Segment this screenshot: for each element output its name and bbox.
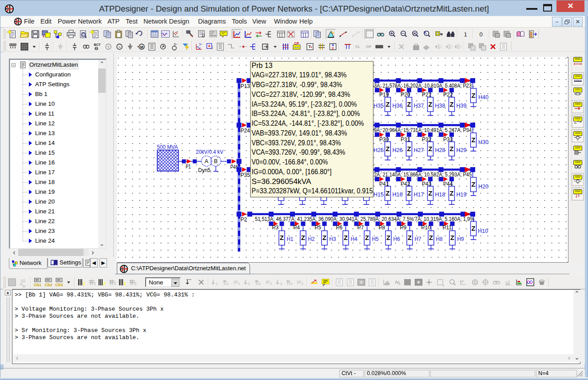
svg-text:H9: H9 <box>457 236 464 242</box>
svg-text:H6: H6 <box>393 236 400 242</box>
svg-text:D: D <box>332 47 334 50</box>
svg-text:R: R <box>413 32 416 36</box>
svg-text:Z: Z <box>429 190 433 197</box>
svg-text:Z: Z <box>429 145 433 152</box>
svg-text:VCA=393.726V, -90.99°, 98.43%: VCA=393.726V, -90.99°, 98.43% <box>252 148 346 156</box>
svg-text:P20: P20 <box>401 92 410 98</box>
svg-text:P44: P44 <box>443 181 453 187</box>
svg-text:1: 1 <box>216 282 218 286</box>
svg-text:P22: P22 <box>443 92 453 98</box>
svg-text:H30: H30 <box>478 139 489 145</box>
svg-text:P4: P4 <box>294 224 300 231</box>
svg-text:Z: Z <box>386 190 390 197</box>
svg-text:Z: Z <box>472 136 476 144</box>
svg-text:H19: H19 <box>457 191 467 198</box>
svg-text:H18: H18 <box>435 191 445 198</box>
svg-text:Prb 13: Prb 13 <box>252 62 273 69</box>
svg-text:Z: Z <box>301 234 305 241</box>
svg-text:H17: H17 <box>414 191 424 198</box>
svg-text:Z: Z <box>386 145 390 152</box>
svg-text:1: 1 <box>83 281 85 286</box>
svg-text:P19: P19 <box>379 92 389 98</box>
svg-text:P1: P1 <box>186 164 191 170</box>
svg-text:IB=53.224A, -24.81°, [-23.82°]: IB=53.224A, -24.81°, [-23.82°], 0.00% <box>252 110 360 117</box>
svg-text:S=36.296054kVA: S=36.296054kVA <box>252 178 311 185</box>
svg-text:3~: 3~ <box>199 43 203 46</box>
svg-text:Z: Z <box>472 92 476 99</box>
svg-text:5: 5 <box>399 282 401 285</box>
svg-text:H38: H38 <box>435 102 445 109</box>
svg-text:Z: Z <box>450 190 454 197</box>
svg-text:M: M <box>140 45 143 49</box>
svg-text:2: 2 <box>259 282 261 286</box>
svg-text:H28: H28 <box>435 147 445 153</box>
svg-text:3: 3 <box>123 281 126 286</box>
svg-text:IA=53.224A, 95.19°, [-23.82°],: IA=53.224A, 95.19°, [-23.82°], 0.00% <box>252 100 357 108</box>
svg-text:V0=0.00V, -166.84°, 0.00%: V0=0.00V, -166.84°, 0.00% <box>252 158 328 166</box>
svg-text:~: ~ <box>118 44 121 49</box>
svg-text:1: 1 <box>227 282 229 286</box>
svg-text:P9: P9 <box>400 224 407 231</box>
svg-text:IG=0.000A, 0.00°, [166.80°]: IG=0.000A, 0.00°, [166.80°] <box>252 168 332 176</box>
svg-text:VBG=227.318V, -0.99°, 98.43%: VBG=227.318V, -0.99°, 98.43% <box>252 81 342 88</box>
svg-text:P42: P42 <box>401 181 410 187</box>
svg-text:Y: Y <box>107 45 110 49</box>
svg-text:P=33.203287kW, Q=14.661011kvar: P=33.203287kW, Q=14.661011kvar, 0.915 <box>252 187 373 195</box>
svg-text:2: 2 <box>114 281 116 286</box>
svg-text:Z: Z <box>472 225 476 232</box>
svg-text:N: N <box>332 44 334 47</box>
svg-text:Z: Z <box>429 101 433 108</box>
svg-text:P33: P33 <box>443 136 453 143</box>
svg-text:Z: Z <box>407 145 411 152</box>
svg-text:P7: P7 <box>358 224 364 231</box>
svg-text:500 MVA: 500 MVA <box>157 144 178 150</box>
svg-text:2: 2 <box>103 281 105 286</box>
svg-text:H20: H20 <box>478 183 489 190</box>
svg-text:Z: Z <box>429 234 433 241</box>
svg-text:H27: H27 <box>414 147 424 153</box>
svg-text:Z: Z <box>450 234 454 241</box>
svg-text:Z: Z <box>407 101 411 108</box>
svg-text:H2: H2 <box>308 236 315 242</box>
svg-text:H8: H8 <box>436 236 443 242</box>
svg-text:H29: H29 <box>457 147 467 153</box>
svg-text:P3: P3 <box>272 224 279 231</box>
svg-text:3: 3 <box>290 282 293 286</box>
svg-text:Dyn5: Dyn5 <box>198 167 211 173</box>
svg-text:H36: H36 <box>393 102 403 109</box>
svg-text:3: 3 <box>301 282 303 286</box>
svg-text:Z: Z <box>386 234 390 241</box>
svg-text:H40: H40 <box>478 94 489 100</box>
svg-text:H5: H5 <box>372 236 379 242</box>
svg-text:P21: P21 <box>422 92 432 98</box>
svg-text:ZF: ZF <box>266 280 270 284</box>
svg-text:Cb1: Cb1 <box>34 283 41 287</box>
svg-text:B: B <box>214 158 218 164</box>
svg-text:P31: P31 <box>401 136 410 143</box>
svg-text:Z: Z <box>280 234 284 241</box>
svg-text:3: 3 <box>280 282 282 286</box>
svg-text:P6: P6 <box>336 224 343 231</box>
svg-text:Z: Z <box>365 234 369 241</box>
svg-text:0: 0 <box>479 31 482 38</box>
svg-text:Z: Z <box>408 234 412 241</box>
svg-text:ZF: ZF <box>297 280 301 284</box>
svg-text:H37: H37 <box>414 102 424 109</box>
svg-text:ZF: ZF <box>234 280 238 284</box>
svg-text:H10: H10 <box>478 228 488 234</box>
svg-text:H4: H4 <box>351 236 358 242</box>
svg-text:P35: P35 <box>241 172 250 178</box>
svg-text:P32: P32 <box>422 136 432 143</box>
svg-text:P2: P2 <box>241 216 247 223</box>
svg-text:VAG=227.318V, 119.01°, 98.43%: VAG=227.318V, 119.01°, 98.43% <box>252 71 347 79</box>
svg-text:VCG=227.318V, -120.99°, 98.43%: VCG=227.318V, -120.99°, 98.43% <box>252 91 350 98</box>
svg-text:H1: H1 <box>287 236 294 242</box>
svg-text:P24: P24 <box>241 128 250 134</box>
svg-text:2: 2 <box>270 282 272 286</box>
svg-text:26.953A; 21.578A; 16.202A; 10.: 26.953A; 21.578A; 16.202A; 10.810A; 5.40… <box>362 82 472 89</box>
svg-text:Z: Z <box>472 181 476 188</box>
svg-text:Cb2: Cb2 <box>44 283 52 287</box>
svg-text:Z: Z <box>450 145 454 152</box>
svg-text:P10: P10 <box>421 224 431 231</box>
svg-text:VBC=393.726V, 29.01°, 98.43%: VBC=393.726V, 29.01°, 98.43% <box>252 139 341 147</box>
